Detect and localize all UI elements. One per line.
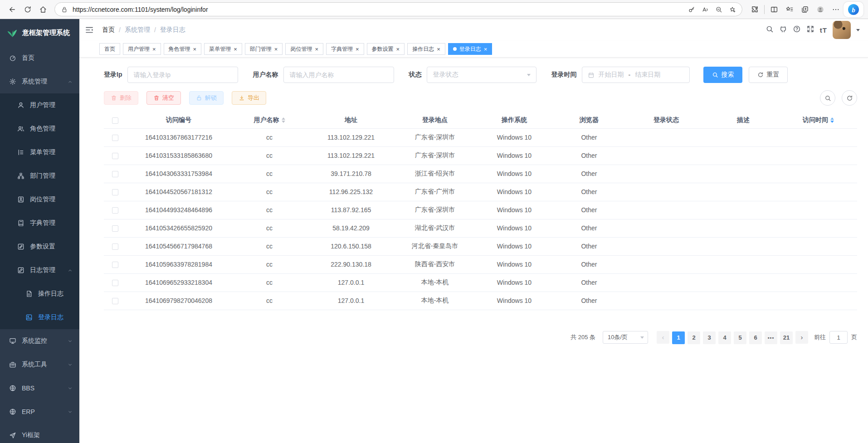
show-search-toggle-button[interactable] [820, 90, 835, 106]
close-tab-icon[interactable]: × [274, 46, 278, 52]
collections-icon[interactable] [797, 2, 813, 17]
browser-profile-icon[interactable] [813, 2, 828, 17]
close-tab-icon[interactable]: × [193, 46, 197, 52]
prev-page-button[interactable]: ‹ [657, 331, 669, 344]
row-checkbox[interactable] [112, 243, 118, 250]
delete-button[interactable]: 删除 [104, 91, 138, 105]
export-button[interactable]: 导出 [232, 91, 266, 105]
tab-菜单管理[interactable]: 菜单管理× [204, 43, 242, 55]
column-header[interactable]: 访问时间 [780, 112, 857, 128]
page-button-2[interactable]: 2 [688, 331, 700, 344]
goto-page-input[interactable] [829, 331, 848, 344]
username-input[interactable] [283, 67, 394, 83]
tab-岗位管理[interactable]: 岗位管理× [285, 43, 323, 55]
sidebar-item-日志管理[interactable]: 日志管理 [0, 258, 79, 282]
refresh-table-button[interactable] [842, 90, 857, 106]
status-select[interactable]: 登录状态 [427, 67, 536, 83]
close-tab-icon[interactable]: × [234, 46, 237, 52]
tab-首页[interactable]: 首页 [99, 43, 120, 55]
sort-carets-icon[interactable] [282, 117, 285, 123]
row-checkbox[interactable] [112, 153, 118, 159]
page-button-6[interactable]: 6 [749, 331, 762, 344]
close-tab-icon[interactable]: × [396, 46, 400, 52]
fullscreen-icon[interactable] [806, 25, 814, 35]
browser-menu-icon[interactable] [828, 2, 844, 17]
tab-部门管理[interactable]: 部门管理× [245, 43, 283, 55]
zoom-out-icon[interactable] [712, 3, 726, 16]
tab-字典管理[interactable]: 字典管理× [326, 43, 364, 55]
sidebar-item-ERP[interactable]: ERP [0, 400, 79, 424]
close-tab-icon[interactable]: × [315, 46, 318, 52]
tab-操作日志[interactable]: 操作日志× [407, 43, 445, 55]
sidebar-item-岗位管理[interactable]: 岗位管理 [0, 188, 79, 211]
reset-button[interactable]: 重置 [749, 67, 788, 83]
favorites-icon[interactable] [782, 2, 797, 17]
breadcrumb-system[interactable]: 系统管理 [125, 26, 150, 34]
breadcrumb-home[interactable]: 首页 [102, 26, 115, 34]
close-tab-icon[interactable]: × [437, 46, 440, 52]
collapse-sidebar-icon[interactable] [85, 25, 94, 34]
more-pages-button[interactable]: ••• [765, 331, 777, 344]
sidebar-item-角色管理[interactable]: 角色管理 [0, 117, 79, 141]
page-button-21[interactable]: 21 [780, 331, 793, 344]
page-button-5[interactable]: 5 [734, 331, 746, 344]
row-checkbox[interactable] [112, 189, 118, 195]
row-checkbox[interactable] [112, 135, 118, 141]
row-checkbox[interactable] [112, 280, 118, 286]
read-aloud-icon[interactable] [698, 3, 712, 16]
copilot-icon[interactable]: b [844, 2, 863, 17]
browser-home-button[interactable] [35, 2, 51, 17]
sidebar-item-系统管理[interactable]: 系统管理 [0, 70, 79, 93]
sidebar-item-字典管理[interactable]: 字典管理 [0, 211, 79, 235]
sidebar-item-菜单管理[interactable]: 菜单管理 [0, 141, 79, 164]
browser-refresh-button[interactable] [20, 2, 35, 17]
extensions-icon[interactable] [747, 2, 762, 17]
avatar-dropdown-caret-icon[interactable] [856, 29, 860, 31]
sidebar-item-首页[interactable]: 首页 [0, 46, 79, 70]
tab-登录日志[interactable]: 登录日志× [448, 43, 493, 55]
column-header[interactable]: 用户名称 [231, 112, 308, 128]
select-all-checkbox[interactable] [112, 117, 118, 124]
login-ip-input[interactable] [127, 67, 238, 83]
next-page-button[interactable]: › [795, 331, 808, 344]
sidebar-item-系统监控[interactable]: 系统监控 [0, 329, 79, 353]
sidebar-item-登录日志[interactable]: 登录日志 [0, 306, 79, 329]
row-checkbox[interactable] [112, 171, 118, 177]
row-checkbox[interactable] [112, 298, 118, 304]
tab-参数设置[interactable]: 参数设置× [367, 43, 405, 55]
page-size-select[interactable]: 10条/页 [603, 331, 648, 344]
search-button[interactable]: 搜索 [703, 67, 742, 83]
app-logo[interactable]: 意框架管理系统 [0, 19, 79, 46]
sidebar-item-BBS[interactable]: BBS [0, 376, 79, 400]
header-search-icon[interactable] [766, 25, 774, 35]
password-key-icon[interactable] [685, 3, 698, 16]
avatar[interactable] [833, 21, 851, 39]
row-checkbox[interactable] [112, 207, 118, 214]
tab-角色管理[interactable]: 角色管理× [164, 43, 202, 55]
unlock-button[interactable]: 解锁 [189, 91, 224, 105]
tab-用户管理[interactable]: 用户管理× [123, 43, 161, 55]
row-checkbox[interactable] [112, 225, 118, 232]
page-button-3[interactable]: 3 [703, 331, 716, 344]
split-screen-icon[interactable] [766, 2, 782, 17]
sidebar-item-Yi框架[interactable]: Yi框架 [0, 424, 79, 443]
page-button-4[interactable]: 4 [718, 331, 731, 344]
address-bar[interactable]: https://ccnetcore.com:1101/system/log/lo… [54, 2, 742, 16]
row-checkbox[interactable] [112, 262, 118, 268]
date-range-picker[interactable]: 开始日期 - 结束日期 [582, 67, 690, 83]
sidebar-item-系统工具[interactable]: 系统工具 [0, 353, 79, 376]
sidebar-item-参数设置[interactable]: 参数设置 [0, 235, 79, 258]
sort-carets-icon[interactable] [830, 117, 834, 123]
help-icon[interactable] [793, 25, 801, 35]
close-tab-icon[interactable]: × [484, 46, 488, 52]
font-size-icon[interactable]: tT [820, 26, 827, 34]
browser-back-button[interactable] [5, 2, 20, 17]
sidebar-item-操作日志[interactable]: 操作日志 [0, 282, 79, 306]
github-icon[interactable] [779, 25, 787, 35]
page-button-1[interactable]: 1 [672, 331, 685, 344]
favorite-add-icon[interactable] [726, 3, 739, 16]
sidebar-item-部门管理[interactable]: 部门管理 [0, 164, 79, 188]
sidebar-item-用户管理[interactable]: 用户管理 [0, 93, 79, 117]
close-tab-icon[interactable]: × [152, 46, 156, 52]
clear-button[interactable]: 清空 [146, 91, 181, 105]
